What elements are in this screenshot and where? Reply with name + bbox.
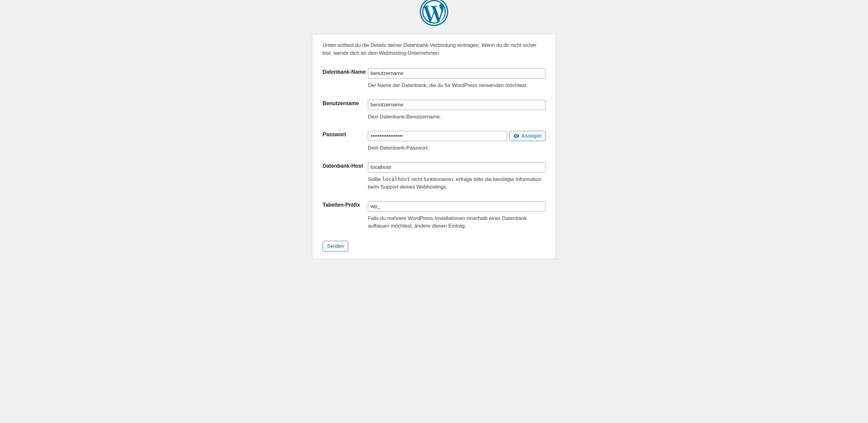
password-input[interactable] [368, 131, 507, 141]
password-label: Passwort [322, 128, 368, 159]
prefix-label: Tabellen-Präfix [322, 198, 368, 237]
username-label: Benutzername [322, 97, 368, 128]
dbname-description: Der Name der Datenbank, die du für WordP… [368, 82, 546, 89]
prefix-description: Falls du mehrere WordPress-Installatione… [368, 214, 546, 230]
form-table: Datenbank-Name Der Name der Datenbank, d… [322, 65, 546, 237]
dbname-label: Datenbank-Name [322, 65, 368, 97]
dbhost-label: Datenbank-Host [322, 159, 368, 198]
dbname-input[interactable] [368, 68, 546, 79]
eye-icon [514, 133, 520, 139]
username-description: Dein Datenbank-Benutzername. [368, 113, 546, 121]
setup-form-container: Unten solltest du die Details deiner Dat… [312, 34, 556, 259]
show-password-button[interactable]: Anzeigen [509, 131, 546, 141]
username-input[interactable] [368, 100, 546, 110]
intro-text: Unten solltest du die Details deiner Dat… [322, 41, 546, 57]
wordpress-logo-icon [419, 0, 449, 27]
dbhost-input[interactable] [368, 162, 546, 173]
prefix-input[interactable] [368, 201, 546, 212]
wordpress-logo [0, 0, 868, 27]
submit-button[interactable]: Senden [322, 241, 348, 252]
dbhost-description: Sollte localhost nicht funktionieren, er… [368, 176, 546, 191]
show-password-label: Anzeigen [521, 133, 541, 139]
password-description: Dein Datenbank-Passwort. [368, 144, 546, 152]
